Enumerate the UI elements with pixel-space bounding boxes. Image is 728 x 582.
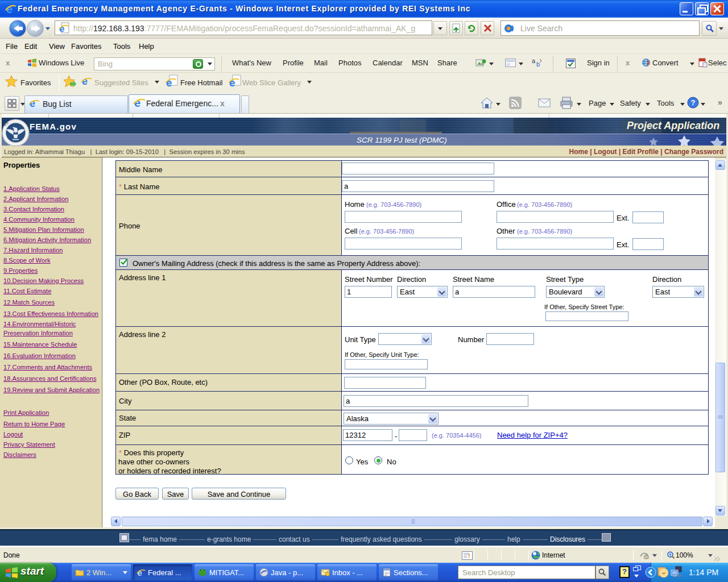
svg-text:!: ! xyxy=(468,552,470,559)
svg-text:b: b xyxy=(536,61,540,68)
svg-text:e: e xyxy=(229,77,235,88)
svg-text:e: e xyxy=(166,77,172,88)
svg-text:a: a xyxy=(532,57,536,64)
svg-text:?: ? xyxy=(691,98,696,107)
